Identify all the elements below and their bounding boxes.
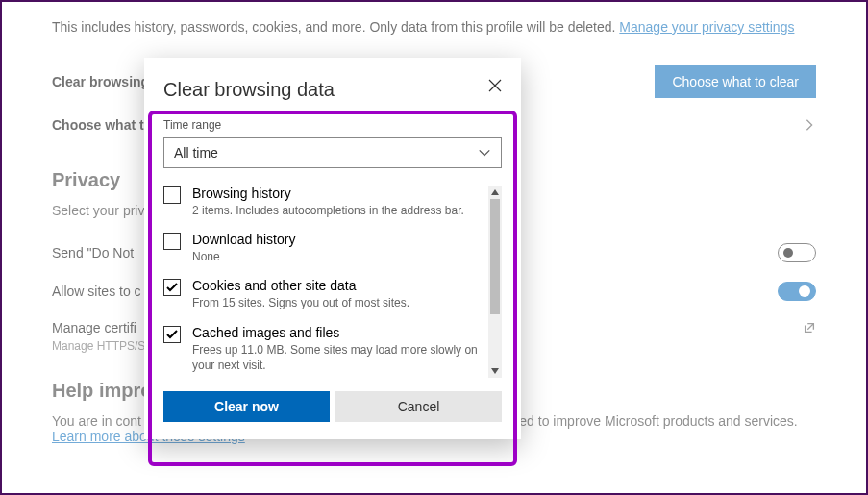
option-browsing-history: Browsing history 2 items. Includes autoc… (163, 186, 484, 218)
time-range-value: All time (174, 145, 218, 161)
manage-privacy-link[interactable]: Manage your privacy settings (619, 19, 794, 35)
dialog-title: Clear browsing data (163, 79, 335, 101)
option-cached: Cached images and files Frees up 11.0 MB… (163, 325, 484, 373)
external-link-icon[interactable] (803, 321, 816, 334)
options-scrollbar[interactable] (488, 186, 502, 378)
checkbox-cached[interactable] (163, 326, 181, 343)
option-desc: None (192, 249, 295, 264)
option-desc: 2 items. Includes autocompletions in the… (192, 203, 464, 218)
option-download-history: Download history None (163, 232, 484, 264)
choose-what-to-clear-button[interactable]: Choose what to clear (655, 65, 816, 98)
checkbox-download-history[interactable] (163, 233, 181, 250)
clear-browsing-row-label: Clear browsing (52, 74, 149, 89)
close-icon[interactable] (488, 79, 502, 92)
option-desc: Frees up 11.0 MB. Some sites may load mo… (192, 342, 484, 373)
option-desc: From 15 sites. Signs you out of most sit… (192, 295, 409, 310)
choose-close-row-label: Choose what t (52, 117, 144, 133)
intro-text: This includes history, passwords, cookie… (52, 19, 816, 35)
scroll-down-icon[interactable] (488, 364, 502, 378)
time-range-label: Time range (163, 118, 502, 132)
clear-browsing-dialog: Clear browsing data Time range All time … (144, 58, 521, 439)
option-title: Cookies and other site data (192, 278, 409, 293)
allow-sites-toggle[interactable] (778, 282, 816, 301)
chevron-down-icon (478, 146, 491, 160)
chevron-right-icon[interactable] (803, 118, 816, 132)
option-title: Download history (192, 232, 295, 247)
checkbox-cookies[interactable] (163, 279, 181, 296)
intro-prefix: This includes history, passwords, cookie… (52, 19, 619, 35)
manage-certs-label: Manage certifi (52, 320, 136, 335)
option-title: Cached images and files (192, 325, 484, 340)
option-title: Browsing history (192, 186, 464, 201)
clear-now-button[interactable]: Clear now (163, 391, 330, 422)
options-list: Browsing history 2 items. Includes autoc… (163, 186, 502, 378)
scroll-thumb[interactable] (490, 199, 500, 314)
checkbox-browsing-history[interactable] (163, 186, 181, 204)
time-range-select[interactable]: All time (163, 137, 502, 168)
dnt-label: Send "Do Not (52, 245, 134, 260)
dnt-toggle[interactable] (778, 243, 816, 262)
scroll-up-icon[interactable] (488, 186, 502, 199)
option-cookies: Cookies and other site data From 15 site… (163, 278, 484, 310)
allow-sites-label: Allow sites to c (52, 284, 141, 299)
cancel-button[interactable]: Cancel (335, 391, 502, 422)
